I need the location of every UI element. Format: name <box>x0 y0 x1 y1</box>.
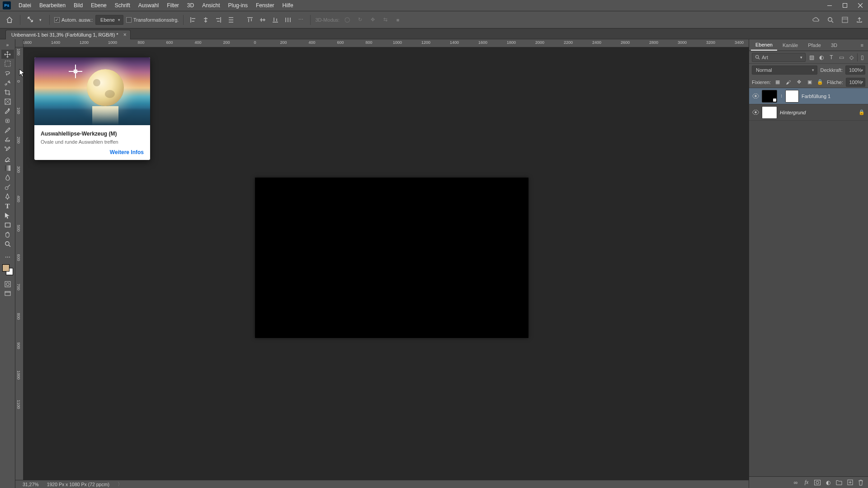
arrange-documents-icon[interactable] <box>840 15 850 25</box>
cloud-docs-icon[interactable] <box>811 15 821 25</box>
filter-type-icon[interactable]: T <box>827 53 835 61</box>
add-mask-icon[interactable] <box>813 478 822 487</box>
align-bottom-icon[interactable] <box>270 15 280 25</box>
rectangle-shape-tool[interactable] <box>1 221 14 230</box>
lock-position-icon[interactable]: ✥ <box>795 78 803 86</box>
document-canvas[interactable] <box>255 178 528 338</box>
current-tool-icon[interactable] <box>25 14 37 26</box>
rectangular-marquee-tool[interactable] <box>1 59 14 68</box>
eyedropper-tool[interactable] <box>1 107 14 116</box>
layer-fx-icon[interactable]: fx <box>802 478 811 487</box>
lasso-tool[interactable] <box>1 69 14 78</box>
new-group-icon[interactable] <box>835 478 844 487</box>
mask-link-icon[interactable]: ⁞ <box>780 90 783 103</box>
distribute-v-icon[interactable] <box>283 15 293 25</box>
menu-3d[interactable]: 3D <box>183 0 198 10</box>
new-layer-icon[interactable] <box>845 478 854 487</box>
status-info-menu-icon[interactable]: 〉 <box>118 481 123 488</box>
menu-schrift[interactable]: Schrift <box>111 0 134 10</box>
link-layers-icon[interactable]: ∞ <box>791 478 800 487</box>
move-tool[interactable] <box>1 50 14 59</box>
history-brush-tool[interactable] <box>1 145 14 154</box>
frame-tool[interactable] <box>1 97 14 106</box>
filter-adjust-icon[interactable]: ◐ <box>817 53 826 61</box>
document-tab[interactable]: Unbenannt-1 bei 31,3% (Farbfüllung 1, RG… <box>5 30 131 39</box>
menu-filter[interactable]: Filter <box>163 0 183 10</box>
layer-row-farbfuellung[interactable]: ⁞ Farbfüllung 1 <box>749 88 868 104</box>
foreground-background-swatches[interactable] <box>1 262 14 276</box>
lock-all-icon[interactable]: 🔒 <box>816 78 824 86</box>
ruler-horizontal[interactable]: 1600140012001000800600400200020040060080… <box>24 39 749 47</box>
dodge-tool[interactable] <box>1 183 14 192</box>
lock-pixels-icon[interactable]: 🖌 <box>784 78 793 86</box>
auto-select-checkbox[interactable]: ✓Autom. ausw.: <box>54 17 93 23</box>
menu-bearbeiten[interactable]: Bearbeiten <box>35 0 70 10</box>
tab-ebenen[interactable]: Ebenen <box>751 40 777 51</box>
menu-datei[interactable]: Datei <box>14 0 35 10</box>
align-top-icon[interactable] <box>245 15 255 25</box>
filter-toggle-icon[interactable]: ▯ <box>857 53 865 61</box>
align-hcenter-icon[interactable] <box>201 15 211 25</box>
blur-tool[interactable] <box>1 173 14 182</box>
more-align-icon[interactable]: ⋯ <box>296 15 306 25</box>
quick-mask-toggle[interactable] <box>1 280 14 289</box>
collapse-toolbar-icon[interactable]: » <box>1 40 14 49</box>
filter-shape-icon[interactable]: ▭ <box>837 53 845 61</box>
tab-pfade[interactable]: Pfade <box>803 40 826 50</box>
align-vcenter-icon[interactable] <box>258 15 268 25</box>
align-right-icon[interactable] <box>213 15 223 25</box>
canvas-area[interactable]: 1600140012001000800600400200020040060080… <box>15 39 749 488</box>
visibility-toggle-icon[interactable] <box>752 93 759 100</box>
auto-select-target-dropdown[interactable]: Ebene <box>95 15 123 25</box>
align-left-icon[interactable] <box>188 15 198 25</box>
tab-kanaele[interactable]: Kanäle <box>778 40 802 50</box>
tab-3d[interactable]: 3D <box>826 40 842 50</box>
hand-tool[interactable] <box>1 230 14 239</box>
menu-auswahl[interactable]: Auswahl <box>134 0 163 10</box>
layer-row-hintergrund[interactable]: Hintergrund 🔒 <box>749 104 868 121</box>
type-tool[interactable]: T <box>1 202 14 211</box>
path-selection-tool[interactable] <box>1 211 14 220</box>
close-tab-icon[interactable]: × <box>123 32 127 38</box>
layer-filter-type-dropdown[interactable]: Art ▾ <box>752 53 806 62</box>
menu-ansicht[interactable]: Ansicht <box>198 0 224 10</box>
quick-selection-tool[interactable] <box>1 78 14 87</box>
layer-thumbnail[interactable] <box>762 106 777 119</box>
search-icon[interactable] <box>826 15 835 25</box>
filter-smart-icon[interactable]: ◇ <box>847 53 855 61</box>
layer-name[interactable]: Farbfüllung 1 <box>802 94 830 99</box>
lock-transparency-icon[interactable]: ▦ <box>774 78 782 86</box>
screen-mode-toggle[interactable] <box>1 289 14 298</box>
new-adjustment-layer-icon[interactable]: ◐ <box>824 478 833 487</box>
delete-layer-icon[interactable] <box>856 478 865 487</box>
brush-tool[interactable] <box>1 126 14 135</box>
lock-indicator-icon[interactable]: 🔒 <box>858 109 865 116</box>
layer-mask-thumbnail[interactable] <box>785 90 799 103</box>
window-minimize-button[interactable] <box>822 0 837 11</box>
edit-toolbar-icon[interactable]: ⋯ <box>1 253 14 262</box>
zoom-tool[interactable] <box>1 239 14 249</box>
home-button[interactable] <box>4 14 15 26</box>
share-icon[interactable] <box>854 15 864 25</box>
layer-name[interactable]: Hintergrund <box>780 110 806 115</box>
menu-bild[interactable]: Bild <box>70 0 87 10</box>
spot-healing-brush-tool[interactable] <box>1 116 14 125</box>
panel-menu-icon[interactable]: ≡ <box>858 41 866 50</box>
status-doc-info[interactable]: 1920 Px x 1080 Px (72 ppcm) <box>47 482 109 487</box>
menu-fenster[interactable]: Fenster <box>252 0 278 10</box>
fill-input[interactable]: 100% <box>846 78 865 87</box>
distribute-h-icon[interactable] <box>226 15 236 25</box>
gradient-tool[interactable] <box>1 164 14 173</box>
blend-mode-dropdown[interactable]: Normal <box>752 66 817 75</box>
ruler-origin[interactable] <box>15 39 24 47</box>
menu-plugins[interactable]: Plug-ins <box>224 0 252 10</box>
eraser-tool[interactable] <box>1 154 14 163</box>
filter-pixel-icon[interactable]: ▧ <box>807 53 816 61</box>
status-zoom[interactable]: 31,27% <box>23 482 39 487</box>
opacity-input[interactable]: 100% <box>845 66 865 75</box>
lock-artboard-icon[interactable]: ▣ <box>806 78 814 86</box>
show-transform-controls-checkbox[interactable]: ✓Transformationsstrg. <box>126 17 179 23</box>
tooltip-learn-more-link[interactable]: Weitere Infos <box>41 149 144 155</box>
crop-tool[interactable] <box>1 88 14 97</box>
ruler-vertical[interactable]: 100010020030040050060070080090010001100 <box>15 47 24 480</box>
